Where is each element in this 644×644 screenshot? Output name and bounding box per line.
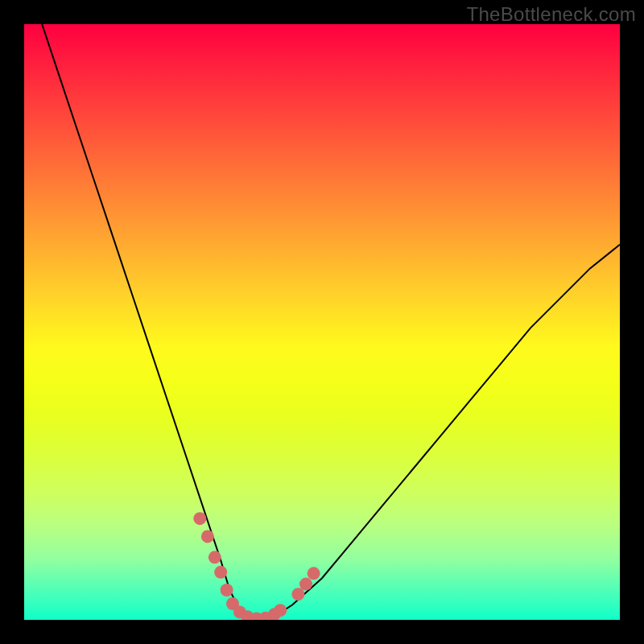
marker-dot [221, 584, 233, 597]
marker-dot [291, 588, 304, 601]
marker-dot [214, 566, 227, 579]
chart-frame: TheBottleneck.com [0, 0, 644, 644]
watermark-text: TheBottleneck.com [466, 3, 636, 26]
plot-area [24, 24, 620, 620]
marker-dot [299, 578, 312, 591]
marker-dot [208, 551, 221, 564]
marker-dot [308, 567, 320, 580]
marker-dot [274, 604, 287, 617]
marker-dot [201, 530, 214, 543]
highlight-markers [193, 512, 320, 620]
curve-svg [24, 24, 620, 620]
marker-dot [193, 512, 206, 525]
bottleneck-curve [42, 24, 620, 619]
